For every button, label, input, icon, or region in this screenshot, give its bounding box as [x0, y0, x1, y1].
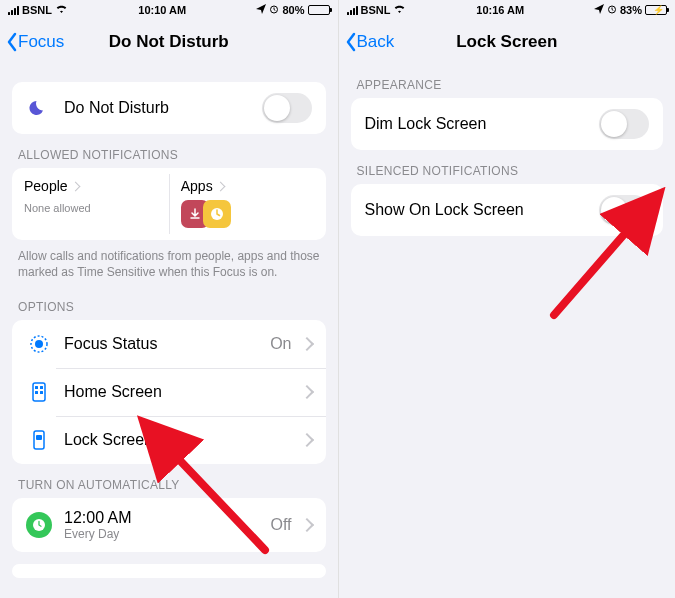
location-icon: [256, 4, 266, 16]
dnd-toggle-card: Do Not Disturb: [12, 82, 326, 134]
clock: 10:16 AM: [476, 4, 524, 16]
svg-rect-5: [35, 386, 38, 389]
svg-rect-6: [40, 386, 43, 389]
page-title: Do Not Disturb: [109, 32, 229, 52]
svg-rect-7: [35, 391, 38, 394]
battery-icon: [308, 5, 330, 15]
schedule-value: Off: [270, 516, 291, 534]
svg-rect-10: [36, 435, 42, 440]
signal-icon: [8, 6, 19, 15]
dim-row[interactable]: Dim Lock Screen: [351, 98, 664, 150]
status-bar: BSNL 10:10 AM 80%: [0, 0, 338, 20]
home-screen-label: Home Screen: [64, 383, 298, 401]
dim-toggle[interactable]: [599, 109, 649, 139]
alarm-icon: [269, 4, 279, 16]
apps-label: Apps: [181, 178, 314, 194]
content-scroll[interactable]: Do Not Disturb ALLOWED NOTIFICATIONS Peo…: [0, 64, 338, 598]
back-button[interactable]: Back: [345, 32, 395, 52]
apps-cell[interactable]: Apps: [169, 168, 326, 240]
wifi-icon: [393, 4, 406, 16]
back-button[interactable]: Focus: [6, 32, 64, 52]
people-sub: None allowed: [24, 202, 157, 214]
app-icon-2: [203, 200, 231, 228]
people-label: People: [24, 178, 157, 194]
dnd-toggle-row[interactable]: Do Not Disturb: [12, 82, 326, 134]
nav-bar: Back Lock Screen: [339, 20, 676, 64]
svg-rect-8: [40, 391, 43, 394]
location-icon: [594, 4, 604, 16]
status-bar: BSNL 10:16 AM 83% ⚡: [339, 0, 676, 20]
battery-percent: 83%: [620, 4, 642, 16]
carrier-label: BSNL: [22, 4, 52, 16]
show-toggle[interactable]: [599, 195, 649, 225]
dnd-toggle[interactable]: [262, 93, 312, 123]
allowed-header: ALLOWED NOTIFICATIONS: [12, 134, 326, 168]
alarm-icon: [607, 4, 617, 16]
focus-status-icon: [26, 331, 52, 357]
options-card: Focus Status On Home Screen Lock Screen: [12, 320, 326, 464]
options-header: OPTIONS: [12, 286, 326, 320]
battery-icon: ⚡: [645, 5, 667, 15]
clock: 10:10 AM: [138, 4, 186, 16]
lock-screen-row[interactable]: Lock Screen: [12, 416, 326, 464]
left-phone: BSNL 10:10 AM 80% Focus Do Not Disturb D: [0, 0, 338, 598]
schedule-row[interactable]: 12:00 AM Every Day Off: [12, 498, 326, 552]
allowed-footer: Allow calls and notifications from peopl…: [12, 240, 326, 286]
silenced-header: SILENCED NOTIFICATIONS: [351, 150, 664, 184]
people-cell[interactable]: People None allowed: [12, 168, 169, 240]
content-scroll[interactable]: APPEARANCE Dim Lock Screen SILENCED NOTI…: [339, 64, 676, 598]
signal-icon: [347, 6, 358, 15]
appearance-card: Dim Lock Screen: [351, 98, 664, 150]
focus-status-row[interactable]: Focus Status On: [12, 320, 326, 368]
dim-label: Dim Lock Screen: [365, 115, 600, 133]
carrier-label: BSNL: [361, 4, 391, 16]
allowed-card: People None allowed Apps: [12, 168, 326, 240]
page-title: Lock Screen: [456, 32, 557, 52]
clock-icon: [26, 512, 52, 538]
schedule-label: 12:00 AM: [64, 509, 270, 527]
app-icons: [181, 200, 314, 228]
lock-screen-icon: [26, 427, 52, 453]
focus-status-label: Focus Status: [64, 335, 270, 353]
chevron-left-icon: [6, 32, 18, 52]
show-label: Show On Lock Screen: [365, 201, 600, 219]
partial-card: [12, 564, 326, 578]
chevron-left-icon: [345, 32, 357, 52]
focus-status-value: On: [270, 335, 291, 353]
back-label: Focus: [18, 32, 64, 52]
wifi-icon: [55, 4, 68, 16]
nav-bar: Focus Do Not Disturb: [0, 20, 338, 64]
right-phone: BSNL 10:16 AM 83% ⚡ Back Lock Screen APP…: [338, 0, 676, 598]
home-screen-icon: [26, 379, 52, 405]
svg-rect-4: [33, 383, 45, 401]
auto-header: TURN ON AUTOMATICALLY: [12, 464, 326, 498]
silenced-card: Show On Lock Screen: [351, 184, 664, 236]
home-screen-row[interactable]: Home Screen: [12, 368, 326, 416]
schedule-sub: Every Day: [64, 527, 270, 541]
moon-icon: [26, 95, 52, 121]
auto-card: 12:00 AM Every Day Off: [12, 498, 326, 552]
show-row[interactable]: Show On Lock Screen: [351, 184, 664, 236]
svg-point-3: [35, 340, 43, 348]
battery-percent: 80%: [282, 4, 304, 16]
appearance-header: APPEARANCE: [351, 64, 664, 98]
back-label: Back: [357, 32, 395, 52]
lock-screen-label: Lock Screen: [64, 431, 298, 449]
dnd-label: Do Not Disturb: [64, 99, 262, 117]
